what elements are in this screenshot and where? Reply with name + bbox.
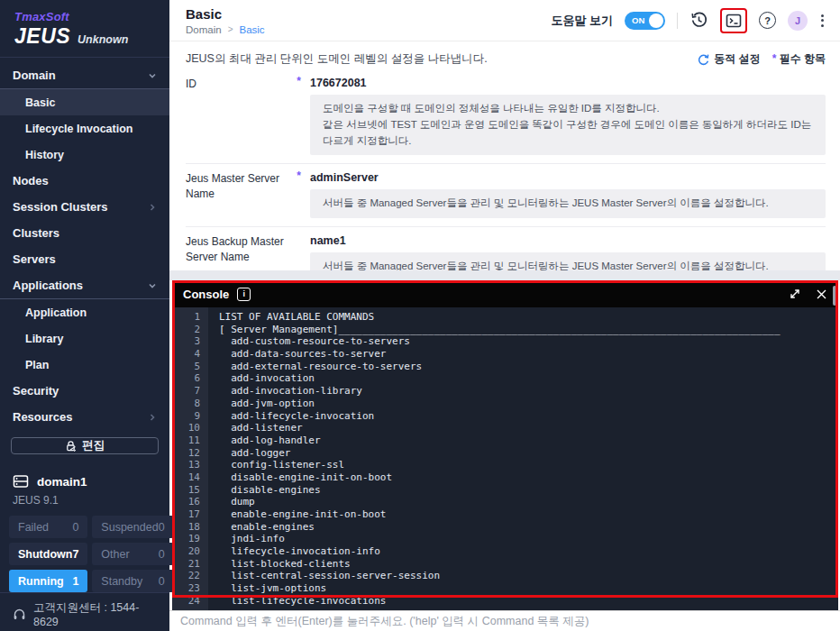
page-title: Basic	[186, 6, 265, 22]
toggle-knob	[649, 14, 663, 28]
console-line-number: 13	[172, 459, 208, 471]
console-scrollbar-thumb[interactable]	[833, 286, 836, 306]
command-input[interactable]	[180, 615, 829, 627]
console-line-number: 15	[172, 484, 208, 497]
close-icon[interactable]	[816, 288, 827, 300]
sidebar-item-applications[interactable]: Applications	[0, 272, 169, 298]
history-icon[interactable]	[689, 11, 708, 30]
field-value-master-server[interactable]: adminServer	[310, 171, 826, 184]
console-line: 19 jndi-info	[172, 533, 838, 545]
console-panel: Console i 1 LIST OF AVAILABLE COMMANDS	[172, 280, 838, 610]
status-badge-failed[interactable]: Failed 0	[9, 516, 87, 538]
field-label: Jeus Master Server Name *	[186, 171, 301, 218]
field-row-master-server-name: Jeus Master Server Name * adminServer 서버…	[186, 164, 826, 227]
console-line-text: add-logger	[208, 447, 290, 460]
command-bar	[169, 610, 840, 631]
console-line-number: 6	[172, 372, 208, 385]
sidebar-item-security[interactable]: Security	[0, 378, 169, 404]
refresh-icon	[697, 53, 709, 66]
status-badge-standby[interactable]: Standby 0	[92, 570, 173, 592]
console-line-text: [ Server Management]____________________…	[208, 324, 781, 336]
console-line: 24 list-lifecycle-invocations	[172, 595, 838, 608]
breadcrumb-parent[interactable]: Domain	[186, 24, 222, 35]
console-line-number: 22	[172, 570, 208, 582]
console-line: 11 add-log-handler	[172, 434, 838, 447]
more-menu-icon[interactable]	[819, 13, 826, 29]
console-line-number: 9	[172, 410, 208, 423]
console-line-text: disable-engine-init-on-boot	[208, 471, 392, 484]
divider	[677, 13, 678, 29]
status-badge-running[interactable]: Running 1	[9, 570, 87, 592]
console-line-number: 14	[172, 471, 208, 484]
chevron-down-icon	[148, 281, 157, 290]
sidebar-item-session-clusters[interactable]: Session Clusters	[0, 194, 169, 220]
domain-version: JEUS 9.1	[13, 494, 157, 507]
edit-button[interactable]: 편집	[11, 437, 159, 454]
sidebar: TmaxSoft JEUS Unknown Domain Basic Lifec…	[0, 0, 169, 631]
help-icon[interactable]: ?	[759, 12, 776, 29]
sidebar-nav: Domain Basic Lifecycle Invocation Histor…	[0, 58, 169, 430]
lock-edit-icon	[65, 440, 77, 453]
sidebar-item-application[interactable]: Application	[0, 299, 169, 325]
sidebar-item-nodes[interactable]: Nodes	[0, 168, 169, 194]
help-toggle-label: 도움말 보기	[551, 13, 613, 29]
console-line-number: 24	[172, 595, 208, 608]
expand-icon[interactable]	[789, 288, 801, 300]
avatar[interactable]: J	[788, 11, 808, 31]
console-line: 4 add-data-sources-to-server	[172, 348, 838, 361]
console-line-text: list-blocked-clients	[208, 558, 351, 571]
status-badge-suspended[interactable]: Suspended 0	[92, 516, 173, 538]
basic-settings-form: JEUS의 최대 관리 단위인 도메인 레벨의 설정을 나타냅니다. 동적 설정…	[169, 42, 840, 270]
sidebar-item-clusters[interactable]: Clusters	[0, 220, 169, 246]
console-line-text: disable-engines	[208, 484, 321, 497]
status-badge-shutdown[interactable]: Shutdown 7	[9, 543, 87, 565]
headset-icon	[13, 608, 26, 621]
sidebar-item-lifecycle-invocation[interactable]: Lifecycle Invocation	[0, 115, 169, 142]
breadcrumb-current[interactable]: Basic	[239, 24, 264, 35]
sidebar-item-servers[interactable]: Servers	[0, 246, 169, 272]
console-line: 6 add-invocation	[172, 372, 838, 385]
domain-icon	[13, 473, 29, 489]
console-line-text: dump	[208, 496, 255, 508]
terminal-icon[interactable]	[725, 12, 743, 30]
console-header: Console i	[172, 280, 838, 307]
console-line-text: lifecycle-invocation-info	[208, 545, 380, 558]
sidebar-item-plan[interactable]: Plan	[0, 352, 169, 378]
console-line-text: add-jvm-option	[208, 398, 315, 410]
console-line-text: add-invocation-library	[208, 385, 362, 398]
console-line-text: add-listener	[208, 422, 303, 434]
console-line-text: add-invocation	[208, 372, 315, 385]
dynamic-setting[interactable]: 동적 설정	[697, 51, 760, 67]
field-value-backup-master-server[interactable]: name1	[310, 234, 826, 247]
sidebar-item-domain[interactable]: Domain	[0, 62, 169, 88]
page-header: Basic Domain > Basic 도움말 보기 ON	[169, 0, 840, 41]
sidebar-item-history[interactable]: History	[0, 142, 169, 168]
content-divider-band	[169, 270, 840, 280]
field-row-id: ID * 176672081 도메인을 구성할 때 도메인의 정체성을 나타내는…	[186, 69, 826, 164]
console-output[interactable]: 1 LIST OF AVAILABLE COMMANDS 2 [ Server …	[172, 307, 838, 610]
console-line-number: 7	[172, 385, 208, 398]
product-edition: Unknown	[78, 33, 128, 46]
sidebar-item-library[interactable]: Library	[0, 325, 169, 352]
help-toggle[interactable]: ON	[625, 12, 665, 30]
app-logo: TmaxSoft JEUS Unknown	[0, 0, 169, 58]
chevron-right-icon	[148, 203, 157, 212]
console-line: 1 LIST OF AVAILABLE COMMANDS	[172, 311, 838, 324]
console-line-text: list-lifecycle-invocations	[208, 595, 386, 608]
sidebar-item-resources[interactable]: Resources	[0, 404, 169, 430]
status-badge-other[interactable]: Other 0	[92, 543, 173, 565]
chevron-down-icon	[148, 71, 157, 80]
console-line-number: 11	[172, 434, 208, 447]
status-badges: Failed 0 Suspended 0 Shutdown 7 Other 0 …	[9, 516, 160, 592]
sidebar-item-basic[interactable]: Basic	[0, 89, 169, 115]
info-icon[interactable]: i	[237, 288, 251, 301]
console-line-text: add-external-resource-to-servers	[208, 361, 422, 373]
console-line-text: list-central-session-server-session	[208, 570, 440, 582]
console-line-text: jndi-info	[208, 533, 285, 545]
field-value-id[interactable]: 176672081	[310, 77, 826, 89]
console-line-number: 21	[172, 558, 208, 571]
console-line-number: 3	[172, 335, 208, 348]
breadcrumb: Domain > Basic	[186, 24, 265, 35]
console-line-number: 23	[172, 582, 208, 595]
console-line-text: enable-engine-init-on-boot	[208, 508, 386, 521]
